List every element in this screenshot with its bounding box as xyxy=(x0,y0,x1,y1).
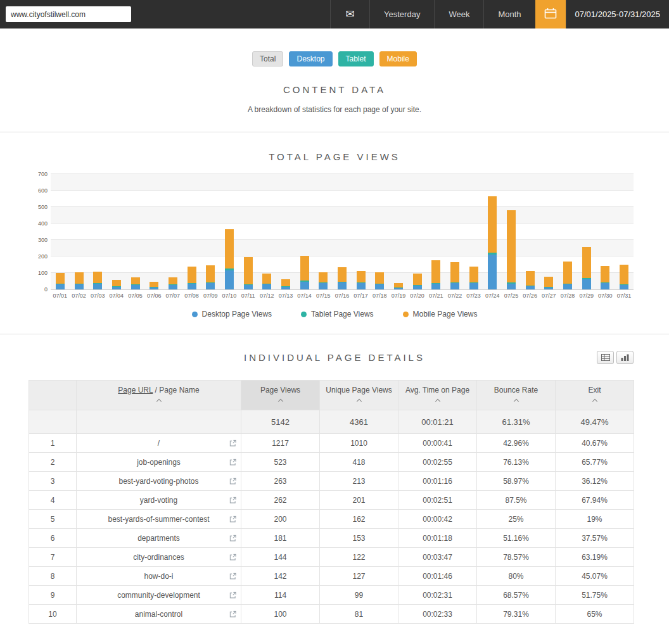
external-link-icon[interactable] xyxy=(229,439,236,446)
bounce-rate-cell: 76.13% xyxy=(477,453,556,472)
individual-page-details-title: INDIVIDUAL PAGE DETAILS xyxy=(0,352,669,363)
bounce-rate-cell: 51.16% xyxy=(477,529,556,548)
bars-layer xyxy=(51,175,634,289)
page-cell[interactable]: animal-control xyxy=(77,605,241,624)
bar-07/01 xyxy=(51,273,70,289)
external-link-icon[interactable] xyxy=(229,496,236,503)
exit-rate-cell: 65% xyxy=(556,605,634,624)
page-name-link[interactable]: animal-control xyxy=(135,610,182,619)
external-link-icon[interactable] xyxy=(229,458,236,465)
rank-cell: 8 xyxy=(29,567,77,586)
x-tick-label: 07/21 xyxy=(426,293,445,299)
page-views-cell: 1217 xyxy=(241,434,320,453)
page-cell[interactable]: best-yard-voting-photos xyxy=(77,472,241,491)
site-url-input[interactable] xyxy=(6,6,131,22)
bounce-rate-column-header[interactable]: Bounce Rate xyxy=(477,381,556,410)
bar-segment xyxy=(526,271,535,286)
exit-column-header[interactable]: Exit xyxy=(556,381,634,410)
unique-views-cell: 213 xyxy=(320,472,398,491)
page-views-column-header[interactable]: Page Views xyxy=(241,381,320,410)
bar-segment xyxy=(169,285,177,289)
email-button[interactable]: ✉ xyxy=(330,0,369,28)
x-tick-label: 07/10 xyxy=(220,293,239,299)
bar-segment xyxy=(582,279,591,289)
bar-segment xyxy=(338,282,347,289)
rank-column-header xyxy=(29,381,77,410)
bar-segment xyxy=(262,274,271,284)
content-data-title: CONTENT DATA xyxy=(0,84,669,95)
page-cell[interactable]: city-ordinances xyxy=(77,548,241,567)
page-name-link[interactable]: best-yard-voting-photos xyxy=(118,477,198,486)
external-link-icon[interactable] xyxy=(229,591,236,598)
chart-view-button[interactable] xyxy=(616,351,634,364)
bounce-rate-cell: 68.57% xyxy=(477,586,556,605)
table-row: 2job-openings52341800:02:5576.13%65.77% xyxy=(29,453,634,472)
external-link-icon[interactable] xyxy=(229,610,236,617)
external-link-icon[interactable] xyxy=(229,553,236,560)
bar-07/24 xyxy=(483,196,502,289)
bar-segment xyxy=(169,277,177,284)
exit-rate-cell: 19% xyxy=(556,510,634,529)
bar-segment xyxy=(375,272,384,284)
unique-views-column-header[interactable]: Unique Page Views xyxy=(320,381,398,410)
page-cell[interactable]: job-openings xyxy=(77,453,241,472)
page-name-link[interactable]: job-openings xyxy=(137,458,181,467)
page-name-link[interactable]: how-do-i xyxy=(144,572,173,581)
bar-segment xyxy=(281,279,290,286)
external-link-icon[interactable] xyxy=(229,534,236,541)
calendar-icon xyxy=(544,8,557,22)
bar-segment xyxy=(431,260,440,283)
page-name-link[interactable]: city-ordinances xyxy=(133,553,184,562)
page-name-link[interactable]: best-yards-of-summer-contest xyxy=(108,515,209,524)
bar-segment xyxy=(131,285,140,289)
y-tick-label: 300 xyxy=(38,237,48,243)
page-cell[interactable]: departments xyxy=(77,529,241,548)
rank-cell: 10 xyxy=(29,605,77,624)
page-url-column-header[interactable]: Page URL / Page Name xyxy=(77,381,241,410)
bar-07/03 xyxy=(88,272,107,289)
page-cell[interactable]: how-do-i xyxy=(77,567,241,586)
filter-button-tablet[interactable]: Tablet xyxy=(338,51,374,66)
page-name-link[interactable]: yard-voting xyxy=(140,496,177,505)
y-tick-label: 500 xyxy=(38,204,48,210)
yesterday-button[interactable]: Yesterday xyxy=(369,0,434,28)
external-link-icon[interactable] xyxy=(229,572,236,579)
x-tick-label: 07/14 xyxy=(295,293,314,299)
external-link-icon[interactable] xyxy=(229,477,236,484)
page-name-link[interactable]: departments xyxy=(137,534,180,543)
avg-time-cell: 00:02:33 xyxy=(398,605,477,624)
bar-07/17 xyxy=(352,271,371,289)
legend-item-mobile: Mobile Page Views xyxy=(403,310,478,319)
table-row: 4yard-voting26220100:02:5187.5%67.94% xyxy=(29,491,634,510)
rank-cell: 6 xyxy=(29,529,77,548)
filter-button-mobile[interactable]: Mobile xyxy=(379,51,417,66)
week-button[interactable]: Week xyxy=(434,0,483,28)
page-name-link[interactable]: / xyxy=(158,439,160,448)
bar-07/18 xyxy=(370,272,389,289)
page-name-link[interactable]: community-development xyxy=(117,591,200,600)
unique-views-cell: 162 xyxy=(320,510,398,529)
bar-07/26 xyxy=(521,271,540,289)
table-view-button[interactable] xyxy=(597,351,614,364)
bar-segment xyxy=(93,284,102,289)
unique-views-cell: 201 xyxy=(320,491,398,510)
bar-segment xyxy=(93,272,102,283)
calendar-button[interactable] xyxy=(535,0,566,28)
month-button[interactable]: Month xyxy=(483,0,535,28)
external-link-icon[interactable] xyxy=(229,515,236,522)
x-tick-label: 07/28 xyxy=(558,293,577,299)
filter-button-total[interactable]: Total xyxy=(252,51,283,66)
chart-y-axis: 0100200300400500600700 xyxy=(35,175,51,290)
page-cell[interactable]: community-development xyxy=(77,586,241,605)
page-cell[interactable]: yard-voting xyxy=(77,491,241,510)
y-tick-label: 0 xyxy=(44,286,48,293)
divider xyxy=(0,132,669,132)
avg-time-cell: 00:00:42 xyxy=(398,510,477,529)
x-tick-label: 07/22 xyxy=(445,293,464,299)
avg-time-cell: 00:01:16 xyxy=(398,472,477,491)
page-cell[interactable]: / xyxy=(77,434,241,453)
page-cell[interactable]: best-yards-of-summer-contest xyxy=(77,510,241,529)
avg-time-column-header[interactable]: Avg. Time on Page xyxy=(398,381,477,410)
filter-button-desktop[interactable]: Desktop xyxy=(289,51,332,66)
legend-label: Tablet Page Views xyxy=(311,310,374,319)
